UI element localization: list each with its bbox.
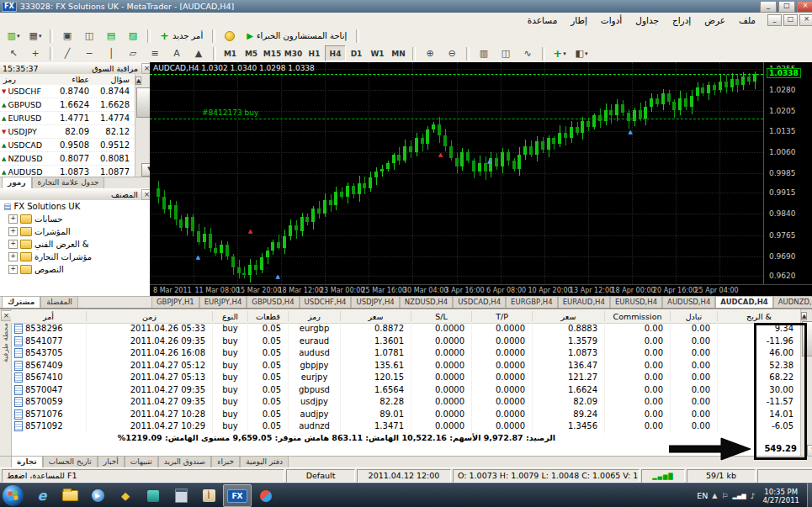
navigator-item[interactable]: +العرض الفني & bbox=[0, 238, 150, 251]
autoscroll-button[interactable]: ▨ bbox=[122, 28, 144, 45]
cursor-button[interactable]: ↖ bbox=[3, 45, 24, 62]
taskbar-item-calculator[interactable] bbox=[167, 485, 194, 506]
arrows-tool-button[interactable]: ▲ bbox=[188, 45, 210, 62]
taskbar-item-arabic-app[interactable]: أ bbox=[195, 485, 222, 506]
order-row[interactable]: 85674102011.04.27 05:13buy0.05eurjpy120.… bbox=[11, 372, 801, 384]
minimize-button[interactable]: _ bbox=[760, 1, 777, 13]
status-profile[interactable]: Default bbox=[286, 469, 355, 483]
order-row[interactable]: 85674092011.04.27 05:12buy0.05gbpjpy135.… bbox=[11, 360, 801, 372]
taskbar-item-metatrader[interactable]: FX bbox=[223, 484, 252, 507]
fibonacci-button[interactable]: ≡ bbox=[144, 45, 166, 62]
menu-item[interactable]: عرض bbox=[698, 15, 732, 25]
terminal-column-header[interactable]: رمز bbox=[289, 311, 341, 322]
price-axis[interactable]: 1.03551.02801.02051.01351.00600.99850.99… bbox=[763, 62, 812, 284]
market-watch-row[interactable]: ▼USDJPY82.0982.12 bbox=[0, 125, 135, 139]
hidden-icons-button[interactable]: ▲ bbox=[712, 492, 717, 499]
order-row[interactable]: 85410772011.04.26 09:35buy0.05euraud1.36… bbox=[11, 335, 801, 348]
menu-item[interactable]: مساعدة bbox=[521, 15, 564, 25]
candlestick-button[interactable]: ◫ bbox=[495, 45, 517, 62]
taskbar-item-media-player[interactable]: ▶ bbox=[84, 485, 111, 506]
bid-column-header[interactable]: عطاء bbox=[54, 75, 93, 84]
network-icon[interactable]: ▂▄▆ bbox=[733, 493, 746, 499]
timeframe-button-d1[interactable]: D1 bbox=[346, 45, 367, 61]
chart-tab[interactable]: USDCAD,H4 bbox=[453, 297, 506, 309]
taskbar-item-internet-explorer[interactable]: e bbox=[29, 485, 56, 506]
terminal-column-header[interactable]: أمر bbox=[11, 311, 87, 322]
start-button[interactable] bbox=[3, 485, 24, 506]
chart-tab[interactable]: EURJPY,H4 bbox=[199, 297, 247, 309]
timeframe-button-m1[interactable]: M1 bbox=[220, 45, 241, 61]
indicators-button[interactable]: +▾ bbox=[549, 45, 571, 62]
new-chart-button[interactable]: ▥▾ bbox=[3, 28, 24, 45]
chart-tab[interactable]: AUDNZD, bbox=[773, 297, 812, 309]
ask-column-header[interactable]: سؤال bbox=[93, 75, 133, 84]
mdi-restore-button[interactable]: □ bbox=[783, 14, 798, 26]
market-watch-tab[interactable]: جدول علامة التجارة bbox=[32, 177, 105, 189]
timeframe-button-m15[interactable]: M15 bbox=[262, 45, 283, 61]
scroll-up-icon[interactable]: ▲ bbox=[135, 77, 141, 85]
terminal-scrollbar[interactable]: ▲ ▼ bbox=[800, 309, 812, 457]
order-row[interactable]: 85382962011.04.26 05:33buy0.05eurgbp0.88… bbox=[11, 323, 801, 335]
chart-tab[interactable]: USDCHF,H4 bbox=[300, 297, 352, 309]
metaeditor-button[interactable] bbox=[219, 28, 241, 45]
order-row[interactable]: 85700592011.04.27 09:35buy0.05usdjpy82.2… bbox=[11, 396, 801, 409]
chart-tab[interactable]: EURAUD,H4 bbox=[558, 297, 610, 309]
chart-plot[interactable]: AUDCAD,H4 1.0302 1.0340 1.0298 1.0338 #8… bbox=[150, 62, 763, 284]
mdi-close-button[interactable]: × bbox=[799, 14, 812, 26]
terminal-column-header[interactable]: تبادل bbox=[671, 311, 718, 322]
navigator-tab[interactable]: مشترك bbox=[2, 297, 40, 309]
timeframe-button-h4[interactable]: H4 bbox=[325, 45, 346, 61]
market-watch-row[interactable]: ▲NZDUSD0.80770.8081 bbox=[0, 152, 135, 166]
timeframe-button-w1[interactable]: W1 bbox=[367, 45, 388, 61]
market-watch-row[interactable]: ▲EURUSD1.47711.4774 bbox=[0, 112, 135, 125]
crosshair-button[interactable]: + bbox=[24, 45, 46, 62]
chart-tab[interactable]: AUDCAD,H4 bbox=[715, 297, 772, 309]
order-row[interactable]: 85437052011.04.26 16:08buy0.05audusd1.07… bbox=[11, 347, 801, 360]
trendline-button[interactable]: ╱ bbox=[56, 45, 78, 62]
expand-icon[interactable]: + bbox=[8, 252, 18, 261]
taskbar-item-capture-tool[interactable] bbox=[252, 485, 279, 506]
chart-tab[interactable]: USDJPY,H4 bbox=[351, 297, 399, 309]
action-center-icon[interactable]: ⚐ bbox=[721, 492, 728, 500]
chart-tab[interactable]: GBPUSD,H4 bbox=[247, 297, 299, 309]
expand-icon[interactable]: + bbox=[8, 227, 18, 236]
templates-button[interactable]: ◧▾ bbox=[571, 45, 592, 62]
zoom-out-button[interactable]: ⊖ bbox=[441, 45, 463, 62]
market-watch-row[interactable]: ▲USDCAD0.95080.9512 bbox=[0, 139, 135, 152]
terminal-tab[interactable]: تنبيهات bbox=[125, 457, 158, 468]
title-bar[interactable]: FX 333028: FX Solutions UK - MetaTrader … bbox=[0, 0, 812, 13]
timeframe-button-m30[interactable]: M30 bbox=[283, 45, 304, 61]
taskbar-item-explorer[interactable] bbox=[56, 485, 83, 506]
menu-item[interactable]: ملف bbox=[732, 15, 762, 25]
scrollbar-thumb[interactable] bbox=[136, 87, 151, 118]
terminal-tab[interactable]: خبراء bbox=[211, 457, 240, 468]
terminal-tab[interactable]: صندوق البريد bbox=[158, 457, 211, 468]
market-watch-scrollbar[interactable]: ▲ ▼ bbox=[135, 74, 150, 177]
taskbar-clock[interactable]: 10:35 PM 4/27/2011 bbox=[759, 488, 803, 504]
new-order-button[interactable]: + أمر جديد bbox=[154, 28, 209, 45]
terminal-column-header[interactable]: سعر bbox=[341, 311, 411, 322]
chart-tab[interactable]: AUDUSD,H4 bbox=[662, 297, 715, 309]
menu-item[interactable]: إدراج bbox=[666, 15, 698, 25]
symbol-column-header[interactable]: رمز bbox=[0, 75, 54, 84]
channel-button[interactable]: ▱ bbox=[122, 45, 144, 62]
chart-tab[interactable]: EURUSD,H4 bbox=[610, 297, 662, 309]
terminal-column-header[interactable]: النوع bbox=[213, 311, 248, 322]
mdi-minimize-button[interactable]: _ bbox=[767, 14, 782, 26]
terminal-tab[interactable]: تاريخ الحساب bbox=[43, 457, 98, 468]
taskbar-item-security[interactable]: ◆ bbox=[112, 485, 139, 506]
navigator-item[interactable]: +النصوص bbox=[0, 263, 150, 276]
terminal-tab[interactable]: تجارة bbox=[11, 457, 43, 468]
terminal-column-header[interactable]: Commission bbox=[605, 311, 671, 322]
chart-grid-button[interactable]: ▤ bbox=[100, 28, 122, 45]
order-row[interactable]: 85710922011.04.27 10:29buy0.05audnzd1.34… bbox=[11, 420, 801, 433]
terminal-tab[interactable]: دفتر اليومية bbox=[240, 457, 289, 468]
cascade-windows-button[interactable]: ▣ bbox=[56, 28, 78, 45]
order-row[interactable]: 85710762011.04.27 10:28buy0.05audjpy89.0… bbox=[11, 409, 801, 421]
timeframe-button-h1[interactable]: H1 bbox=[304, 45, 325, 61]
timeframe-button-mn[interactable]: MN bbox=[388, 45, 409, 61]
vertical-line-button[interactable]: │ bbox=[100, 45, 122, 62]
market-watch-row[interactable]: ▲GBPUSD1.66241.6628 bbox=[0, 98, 135, 112]
navigator-item[interactable]: +حسابات bbox=[0, 213, 150, 225]
chart-tab[interactable]: NZDUSD,H4 bbox=[400, 297, 453, 309]
